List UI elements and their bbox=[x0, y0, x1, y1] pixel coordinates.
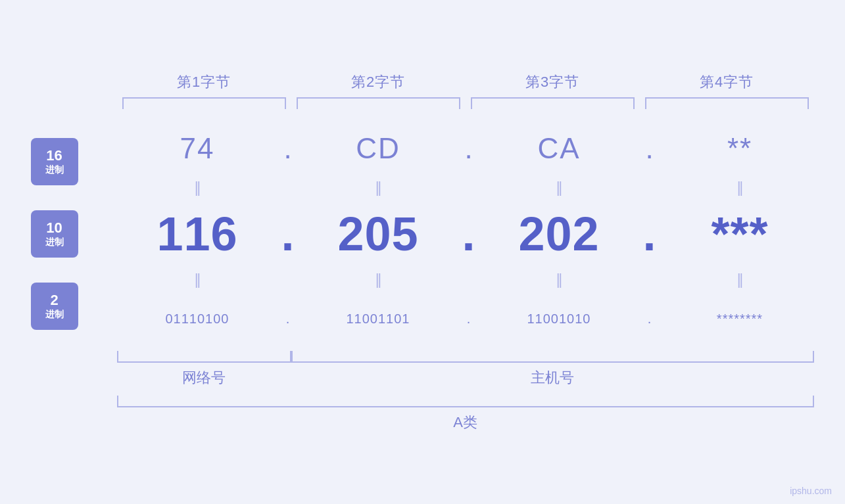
dec-dot3: . bbox=[637, 207, 663, 261]
col3-header: 第3字节 bbox=[466, 72, 640, 92]
hex-dot3: . bbox=[637, 132, 663, 165]
hex-b2: CD bbox=[301, 132, 456, 165]
eq1-b2: ‖ bbox=[301, 179, 456, 196]
eq1-b3: ‖ bbox=[482, 179, 637, 196]
headers-row: 第1字节 第2字节 第3字节 第4字节 bbox=[117, 72, 814, 92]
watermark: ipshu.com bbox=[790, 486, 832, 496]
equals-row2: ‖ ‖ ‖ ‖ bbox=[120, 267, 817, 293]
bracket-col3 bbox=[471, 97, 635, 109]
hex-b3: CA bbox=[482, 132, 637, 165]
equals-row1: ‖ ‖ ‖ ‖ bbox=[120, 175, 817, 201]
eq2-b3: ‖ bbox=[482, 271, 637, 288]
bottom-labels: 网络号 主机号 bbox=[117, 368, 814, 388]
bin-b1: 01110100 bbox=[120, 311, 275, 327]
host-label: 主机号 bbox=[291, 368, 814, 388]
network-label: 网络号 bbox=[117, 368, 291, 388]
hex-dot1: . bbox=[275, 132, 301, 165]
bin-dot3: . bbox=[637, 311, 663, 327]
col4-header: 第4字节 bbox=[640, 72, 814, 92]
bin-row: 01110100 . 11001101 . 11001010 . bbox=[120, 293, 817, 346]
bracket-col4 bbox=[645, 97, 809, 109]
bin-badge: 2 进制 bbox=[31, 283, 78, 330]
bracket-col1 bbox=[122, 97, 286, 109]
hex-b1: 74 bbox=[120, 132, 275, 165]
dec-badge: 10 进制 bbox=[31, 210, 78, 258]
dec-b4: *** bbox=[663, 207, 817, 261]
network-bracket bbox=[117, 351, 291, 363]
bin-dot2: . bbox=[456, 311, 482, 327]
left-badges: 16 进制 10 进制 2 进制 bbox=[28, 122, 81, 346]
rows-container: 74 . CD . CA . ** bbox=[120, 122, 817, 346]
eq1-b4: ‖ bbox=[663, 179, 817, 196]
dec-dot1: . bbox=[275, 207, 301, 261]
eq2-b1: ‖ bbox=[120, 271, 275, 288]
bin-dot1: . bbox=[275, 311, 301, 327]
host-bracket bbox=[291, 351, 814, 363]
hex-row: 74 . CD . CA . ** bbox=[120, 122, 817, 175]
bottom-brackets bbox=[117, 351, 814, 363]
bin-b2: 11001101 bbox=[301, 311, 456, 327]
hex-badge: 16 进制 bbox=[31, 138, 78, 185]
main-container: 第1字节 第2字节 第3字节 第4字节 16 进制 10 进制 2 进制 bbox=[0, 0, 845, 504]
dec-b2: 205 bbox=[301, 207, 456, 261]
labels-and-rows: 16 进制 10 进制 2 进制 74 . bbox=[120, 122, 817, 346]
top-bracket-row bbox=[117, 97, 814, 109]
class-bracket bbox=[117, 396, 814, 407]
eq1-b1: ‖ bbox=[120, 179, 275, 196]
dec-row: 116 . 205 . 202 . *** bbox=[120, 201, 817, 267]
eq2-b2: ‖ bbox=[301, 271, 456, 288]
class-row: A类 bbox=[117, 396, 814, 432]
dec-b3: 202 bbox=[482, 207, 637, 261]
col2-header: 第2字节 bbox=[291, 72, 466, 92]
col1-header: 第1字节 bbox=[117, 72, 291, 92]
bin-b3: 11001010 bbox=[482, 311, 637, 327]
bin-b4: ******** bbox=[663, 311, 817, 327]
eq2-b4: ‖ bbox=[663, 271, 817, 288]
hex-dot2: . bbox=[456, 132, 482, 165]
bracket-col2 bbox=[297, 97, 460, 109]
hex-b4: ** bbox=[663, 132, 817, 165]
class-label: A类 bbox=[117, 413, 814, 432]
bottom-section: 网络号 主机号 bbox=[117, 351, 814, 388]
dec-dot2: . bbox=[456, 207, 482, 261]
dec-b1: 116 bbox=[120, 207, 275, 261]
